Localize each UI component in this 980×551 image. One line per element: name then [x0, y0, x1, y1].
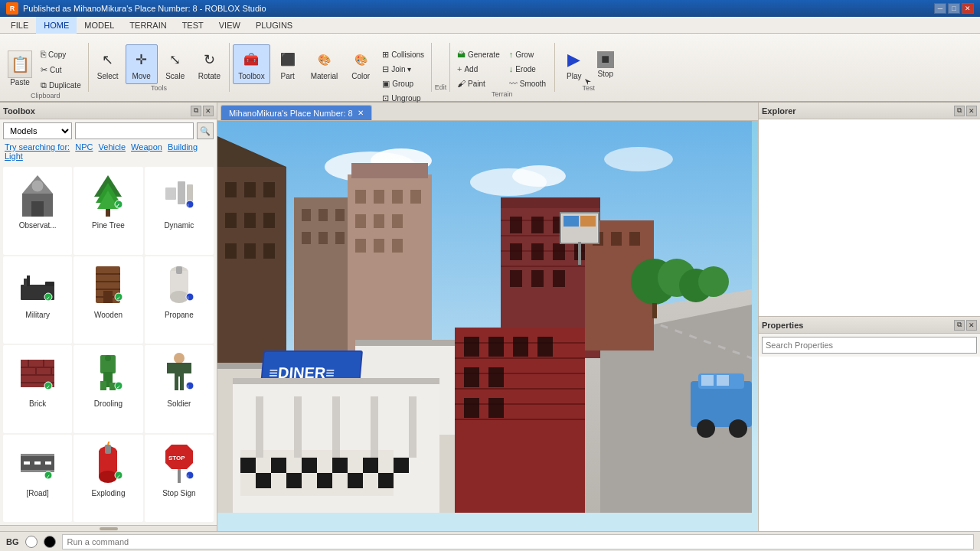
erode-button[interactable]: ↓ Erode [505, 62, 551, 76]
menu-view[interactable]: VIEW [211, 17, 248, 34]
suggest-light[interactable]: Light [5, 152, 23, 161]
svg-rect-193 [701, 375, 714, 386]
svg-rect-165 [464, 367, 479, 387]
duplicate-button[interactable]: ⧉ Duplicate [37, 78, 85, 92]
svg-rect-190 [378, 473, 394, 488]
model-road[interactable]: ✓ [Road] [3, 435, 72, 523]
suggest-npc[interactable]: NPC [75, 142, 93, 152]
svg-rect-131 [553, 243, 565, 260]
paint-button[interactable]: 🖌 Paint [453, 77, 504, 90]
tab-close-button[interactable]: ✕ [358, 109, 364, 117]
viewport[interactable]: ≡DINER≡ [217, 121, 758, 531]
svg-rect-125 [510, 217, 522, 233]
properties-controls[interactable]: ⧉ ✕ [954, 320, 977, 331]
model-drooling[interactable]: ✓ Drooling [74, 345, 142, 433]
explorer-controls[interactable]: ⧉ ✕ [954, 106, 977, 116]
toolbox-float-button[interactable]: ⧉ [191, 106, 201, 116]
explorer-header: Explorer ⧉ ✕ [759, 103, 980, 119]
menu-model[interactable]: MODEL [77, 17, 122, 34]
model-observatory[interactable]: Observat... [3, 167, 72, 255]
svg-rect-149 [580, 216, 596, 227]
model-pinetree[interactable]: ✓ Pine Tree [74, 167, 142, 255]
test-label: Test [582, 84, 595, 92]
toolbox-controls[interactable]: ⧉ ✕ [191, 106, 214, 116]
part-icon: ⬛ [277, 49, 299, 70]
move-button[interactable]: ✛ Move [126, 44, 158, 84]
scale-button[interactable]: ⤡ Scale [159, 44, 191, 84]
menu-home[interactable]: HOME [36, 17, 77, 34]
generate-button[interactable]: 🏔 Generate [453, 47, 504, 61]
bg-white-circle[interactable] [25, 536, 38, 548]
suggest-vehicle[interactable]: Vehicle [99, 142, 126, 152]
menu-terrain[interactable]: TERRAIN [122, 17, 174, 34]
rotate-button[interactable]: ↻ Rotate [193, 44, 226, 84]
svg-rect-138 [611, 232, 622, 246]
model-stopsign[interactable]: STOP i Stop Sign [145, 435, 214, 523]
model-thumb-soldier: i [155, 349, 204, 398]
model-dynamic[interactable]: i Dynamic [145, 167, 214, 255]
paste-button[interactable]: 📋 Paste [6, 49, 34, 88]
part-button[interactable]: ⬛ Part [272, 44, 304, 84]
explorer-close-button[interactable]: ✕ [966, 106, 977, 116]
svg-rect-194 [717, 375, 729, 386]
properties-close-button[interactable]: ✕ [966, 320, 977, 331]
model-soldier[interactable]: i Soldier [145, 345, 214, 433]
model-exploding[interactable]: ✓ Exploding [74, 435, 142, 523]
svg-rect-179 [409, 396, 416, 458]
minimize-button[interactable]: ─ [934, 3, 946, 14]
close-button[interactable]: ✕ [962, 3, 974, 14]
svg-rect-94 [225, 213, 237, 228]
model-wooden[interactable]: ✓ Wooden [74, 256, 142, 344]
select-button[interactable]: ↖ Select [92, 44, 124, 84]
search-input[interactable] [75, 122, 194, 139]
material-button[interactable]: 🎨 Material [305, 44, 344, 84]
explorer-float-button[interactable]: ⧉ [954, 106, 965, 116]
model-label-stopsign: Stop Sign [162, 489, 195, 497]
editor-tab-main[interactable]: MihanoMikura's Place Number: 8 ✕ [220, 105, 372, 120]
svg-rect-18 [27, 276, 30, 286]
group-button[interactable]: ▣ Group [378, 77, 428, 90]
model-propane[interactable]: i Propane [145, 256, 214, 344]
explorer-panel: Explorer ⧉ ✕ [759, 103, 980, 317]
toolbox-button[interactable]: 🧰 Toolbox [233, 44, 270, 84]
toolbox-icon: 🧰 [240, 49, 262, 70]
svg-rect-48 [100, 381, 106, 390]
collisions-button[interactable]: ⊞ Collisions [378, 47, 428, 61]
search-button[interactable]: 🔍 [197, 122, 214, 139]
svg-text:✓: ✓ [46, 384, 51, 390]
toolbox-scrollbar[interactable] [0, 525, 217, 531]
svg-rect-65 [45, 461, 51, 465]
title-bar-controls[interactable]: ─ □ ✕ [934, 3, 974, 14]
bg-black-circle[interactable] [44, 536, 56, 548]
copy-button[interactable]: ⎘ Copy [37, 47, 85, 61]
svg-rect-95 [244, 213, 256, 228]
model-thumb-wooden: ✓ [83, 260, 132, 309]
toolbox-close-button[interactable]: ✕ [203, 106, 214, 116]
model-brick[interactable]: ✓ Brick [3, 345, 72, 433]
command-input[interactable] [62, 534, 975, 549]
suggest-weapon[interactable]: Weapon [131, 142, 162, 152]
select-icon: ↖ [97, 49, 119, 70]
model-military[interactable]: ✓ Military [3, 256, 72, 344]
svg-point-3 [31, 180, 44, 192]
join-button[interactable]: ⊟ Join ▾ [378, 62, 428, 76]
color-button[interactable]: 🎨 Color [345, 44, 377, 84]
menu-test[interactable]: TEST [175, 17, 211, 34]
suggest-building[interactable]: Building [168, 142, 198, 152]
add-terrain-button[interactable]: + Add [453, 62, 504, 76]
properties-search-input[interactable] [762, 337, 977, 354]
tab-label: MihanoMikura's Place Number: 8 [229, 109, 353, 118]
svg-rect-168 [488, 398, 504, 418]
svg-rect-180 [240, 458, 256, 473]
cut-button[interactable]: ✂ Cut [37, 63, 85, 77]
menu-file[interactable]: FILE [3, 17, 36, 34]
play-button[interactable]: ▶ Play [558, 44, 590, 84]
stop-button[interactable]: ■ Stop [592, 44, 619, 84]
grow-button[interactable]: ↑ Grow [505, 47, 551, 61]
properties-float-button[interactable]: ⧉ [954, 320, 965, 331]
category-dropdown[interactable]: Models Decals Audio Meshes Plugins [3, 122, 72, 139]
maximize-button[interactable]: □ [948, 3, 960, 14]
properties-header: Properties ⧉ ✕ [759, 317, 980, 334]
menu-plugins[interactable]: PLUGINS [248, 17, 300, 34]
smooth-button[interactable]: 〰 Smooth [505, 77, 551, 90]
